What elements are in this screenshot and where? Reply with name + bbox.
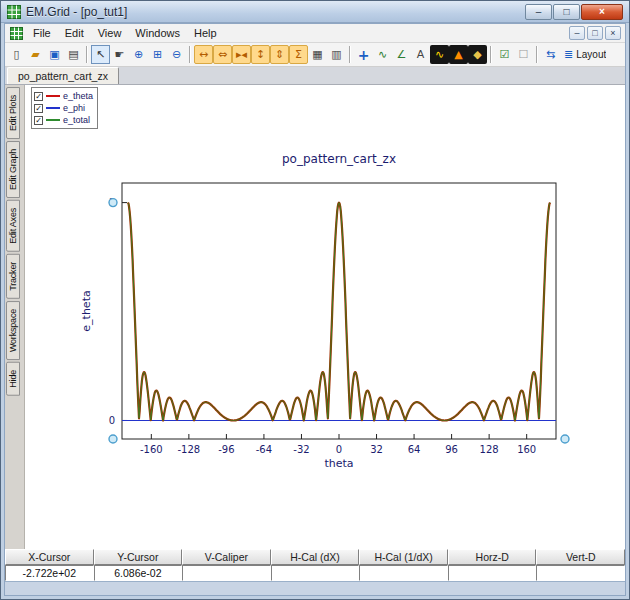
pan-hand-icon: ☛ — [115, 48, 125, 61]
zoom-out-icon: ⊖ — [172, 48, 181, 61]
menu-windows[interactable]: Windows — [128, 25, 187, 41]
zoom-out-button[interactable]: ⊖ — [167, 45, 186, 64]
sidebar-tab-edit-graph[interactable]: Edit Graph — [6, 141, 20, 198]
readout-header-Horz-D[interactable]: Horz-D — [448, 549, 537, 565]
toggle-on-button[interactable]: ☑ — [495, 45, 514, 64]
readout-value-Vert-D — [536, 565, 625, 581]
menu-help[interactable]: Help — [187, 25, 224, 41]
collapse-x-button[interactable]: ▸◂ — [232, 45, 251, 64]
expand-y-button[interactable]: ⇕ — [270, 45, 289, 64]
angle-tool-icon: ∠ — [397, 48, 407, 61]
legend-label: e_theta — [63, 91, 93, 101]
toolbar-separator — [349, 46, 351, 63]
waveform-style-button[interactable]: ∿ — [430, 45, 449, 64]
select-pointer-button[interactable]: ↖ — [91, 45, 110, 64]
pan-hand-button[interactable]: ☛ — [110, 45, 129, 64]
readout-header-Vert-D[interactable]: Vert-D — [536, 549, 625, 565]
x-tick-label: 64 — [408, 444, 421, 455]
text-tool-icon: A — [417, 48, 425, 61]
readout-header-H-Cal (dX)[interactable]: H-Cal (dX) — [271, 549, 360, 565]
print-button[interactable]: ▤ — [64, 45, 83, 64]
sidebar-tab-tracker[interactable]: Tracker — [6, 254, 20, 299]
x-tick-label: 0 — [336, 444, 342, 455]
fit-width-button[interactable]: ↔ — [194, 45, 213, 64]
swap-axes-button[interactable]: ⇆ — [541, 45, 560, 64]
sidebar-tab-workspace[interactable]: Workspace — [6, 301, 20, 360]
autoscale-button[interactable]: Σ — [289, 45, 308, 64]
axis-handle[interactable] — [561, 435, 569, 443]
open-file-button[interactable]: ▰ — [26, 45, 45, 64]
window-bottom-edge — [5, 581, 625, 595]
toggle-off-button[interactable]: ☐ — [514, 45, 533, 64]
menu-edit[interactable]: Edit — [58, 25, 91, 41]
sidebar-tab-edit-axes[interactable]: Edit Axes — [6, 200, 20, 252]
legend-item-e_total: ✓e_total — [34, 114, 93, 126]
chart-canvas[interactable]: po_pattern_cart_zxthetae_theta-160-128-9… — [25, 85, 625, 549]
swap-axes-icon: ⇆ — [546, 48, 555, 61]
layout-button[interactable]: ≣Layout — [560, 45, 610, 64]
new-file-button[interactable]: ▯ — [7, 45, 26, 64]
mdi-window-controls: – □ × — [569, 26, 621, 40]
window-controls: – □ × — [525, 4, 623, 20]
plot-panel[interactable]: ✓e_theta✓e_phi✓e_total po_pattern_cart_z… — [25, 85, 625, 549]
chart-frame — [122, 183, 556, 439]
zoom-in-icon: ⊕ — [134, 48, 143, 61]
x-tick-label: 128 — [480, 444, 499, 455]
expand-x-button[interactable]: ⇔ — [213, 45, 232, 64]
x-tick-label: 160 — [517, 444, 536, 455]
mdi-restore-button[interactable]: □ — [587, 26, 603, 40]
table-button[interactable]: ▥ — [327, 45, 346, 64]
legend-box: ✓e_theta✓e_phi✓e_total — [31, 87, 98, 129]
save-icon: ▣ — [49, 48, 59, 61]
readout-header-Y-Cursor[interactable]: Y-Cursor — [94, 549, 183, 565]
fit-height-button[interactable]: ↕ — [251, 45, 270, 64]
legend-item-e_phi: ✓e_phi — [34, 102, 93, 114]
series-e_theta-curve — [128, 203, 550, 421]
window-title: EM.Grid - [po_tut1] — [26, 5, 525, 19]
new-file-icon: ▯ — [13, 48, 19, 61]
text-tool-button[interactable]: A — [411, 45, 430, 64]
angle-tool-button[interactable]: ∠ — [392, 45, 411, 64]
colormap-button[interactable]: ◆ — [468, 45, 487, 64]
series-e_total-curve — [128, 203, 550, 421]
tab-po_pattern_cart_zx[interactable]: po_pattern_cart_zx — [7, 67, 119, 84]
surface-style-button[interactable]: ▲ — [449, 45, 468, 64]
grid-button[interactable]: ▦ — [308, 45, 327, 64]
curve-tool-button[interactable]: ∿ — [373, 45, 392, 64]
menu-view[interactable]: View — [91, 25, 129, 41]
sidebar-tab-edit-plots[interactable]: Edit Plots — [6, 87, 20, 139]
minimize-button[interactable]: – — [525, 4, 552, 20]
save-button[interactable]: ▣ — [45, 45, 64, 64]
zoom-window-button[interactable]: ⊞ — [148, 45, 167, 64]
chart-title: po_pattern_cart_zx — [282, 152, 396, 166]
x-tick-label: 96 — [445, 444, 458, 455]
readout-header-H-Cal (1/dX)[interactable]: H-Cal (1/dX) — [359, 549, 448, 565]
grid-icon: ▦ — [312, 48, 322, 61]
axis-handle[interactable] — [109, 199, 117, 207]
readout-header-V-Caliper[interactable]: V-Caliper — [182, 549, 271, 565]
legend-checkbox-e_phi[interactable]: ✓ — [34, 104, 43, 113]
layout-icon: ≣ — [564, 48, 573, 61]
mdi-minimize-button[interactable]: – — [569, 26, 585, 40]
surface-style-icon: ▲ — [454, 48, 462, 61]
readout-header-X-Cursor[interactable]: X-Cursor — [5, 549, 94, 565]
sidebar-tab-hide[interactable]: Hide — [6, 362, 20, 396]
zoom-in-button[interactable]: ⊕ — [129, 45, 148, 64]
axis-handle[interactable] — [109, 435, 117, 443]
select-pointer-icon: ↖ — [96, 48, 105, 61]
legend-checkbox-e_theta[interactable]: ✓ — [34, 92, 43, 101]
readout-value-Horz-D — [448, 565, 537, 581]
titlebar[interactable]: EM.Grid - [po_tut1] – □ × — [1, 1, 629, 23]
maximize-button[interactable]: □ — [553, 4, 580, 20]
close-button[interactable]: × — [581, 4, 623, 20]
tracker-cross-button[interactable]: + — [354, 45, 373, 64]
toolbar-button-label: Layout — [576, 49, 606, 60]
mdi-close-button[interactable]: × — [605, 26, 621, 40]
app-icon[interactable] — [7, 5, 21, 19]
x-axis-label: theta — [324, 457, 353, 470]
menu-file[interactable]: File — [26, 25, 58, 41]
legend-swatch-e_total — [46, 119, 60, 121]
child-window-icon[interactable] — [10, 27, 23, 40]
legend-checkbox-e_total[interactable]: ✓ — [34, 116, 43, 125]
waveform-style-icon: ∿ — [435, 48, 444, 61]
